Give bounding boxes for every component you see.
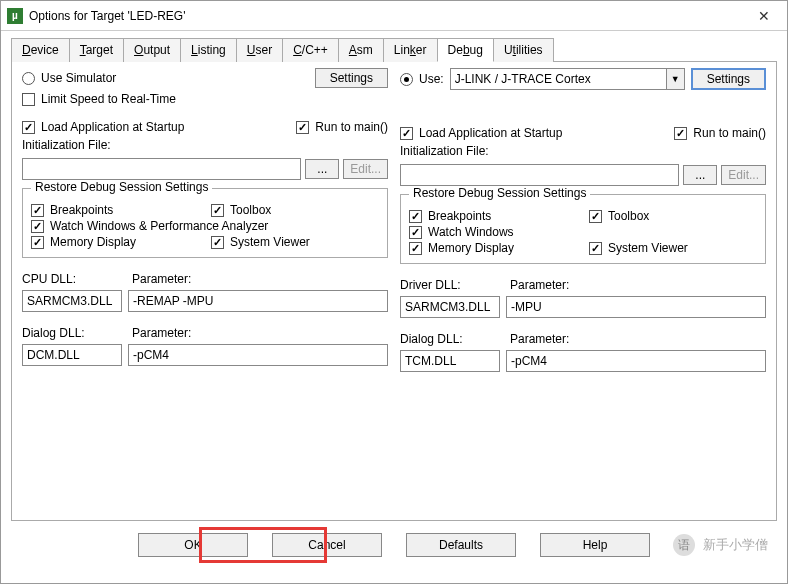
left-load-app-checkbox[interactable]: Load Application at Startup <box>22 120 184 134</box>
right-dlg-param-label: Parameter: <box>510 332 569 346</box>
right-load-app-checkbox[interactable]: Load Application at Startup <box>400 126 562 140</box>
use-driver-radio[interactable]: Use: <box>400 72 444 86</box>
left-breakpoints-checkbox[interactable]: Breakpoints <box>31 203 199 217</box>
right-restore-title: Restore Debug Session Settings <box>409 186 590 200</box>
close-button[interactable]: ✕ <box>741 1 787 31</box>
tab-bar: Device Target Output Listing User C/C++ … <box>1 31 787 61</box>
chevron-down-icon: ▼ <box>666 69 684 89</box>
driver-param-input[interactable]: -MPU <box>506 296 766 318</box>
left-dlg-dll-label: Dialog DLL: <box>22 326 122 340</box>
window-title: Options for Target 'LED-REG' <box>29 9 741 23</box>
right-dlg-dll-label: Dialog DLL: <box>400 332 500 346</box>
defaults-button[interactable]: Defaults <box>406 533 516 557</box>
driver-param-label: Parameter: <box>510 278 569 292</box>
tab-device[interactable]: Device <box>11 38 70 62</box>
tab-output[interactable]: Output <box>123 38 181 62</box>
right-memory-checkbox[interactable]: Memory Display <box>409 241 577 255</box>
driver-settings-button[interactable]: Settings <box>691 68 766 90</box>
tab-utilities[interactable]: Utilities <box>493 38 554 62</box>
left-load-app-label: Load Application at Startup <box>41 120 184 134</box>
app-icon: µ <box>7 8 23 24</box>
left-dlg-dll-input[interactable]: DCM.DLL <box>22 344 122 366</box>
tab-user[interactable]: User <box>236 38 283 62</box>
left-dlg-param-input[interactable]: -pCM4 <box>128 344 388 366</box>
right-toolbox-checkbox[interactable]: Toolbox <box>589 209 757 223</box>
checkbox-icon <box>674 127 687 140</box>
use-simulator-radio[interactable]: Use Simulator <box>22 71 116 85</box>
titlebar: µ Options for Target 'LED-REG' ✕ <box>1 1 787 31</box>
checkbox-icon <box>22 121 35 134</box>
left-init-file-input[interactable] <box>22 158 301 180</box>
cpu-param-label: Parameter: <box>132 272 191 286</box>
radio-icon <box>400 73 413 86</box>
checkbox-icon <box>22 93 35 106</box>
driver-select-value: J-LINK / J-TRACE Cortex <box>455 72 666 86</box>
use-simulator-label: Use Simulator <box>41 71 116 85</box>
left-memory-checkbox[interactable]: Memory Display <box>31 235 199 249</box>
use-driver-label: Use: <box>419 72 444 86</box>
left-dlg-param-label: Parameter: <box>132 326 191 340</box>
right-init-file-input[interactable] <box>400 164 679 186</box>
right-dlg-dll-input[interactable]: TCM.DLL <box>400 350 500 372</box>
right-sysview-checkbox[interactable]: System Viewer <box>589 241 757 255</box>
ok-button[interactable]: OK <box>138 533 248 557</box>
radio-icon <box>22 72 35 85</box>
right-dlg-param-input[interactable]: -pCM4 <box>506 350 766 372</box>
cancel-button[interactable]: Cancel <box>272 533 382 557</box>
checkbox-icon <box>409 242 422 255</box>
dialog-buttons: OK Cancel Defaults Help <box>1 533 787 557</box>
checkbox-icon <box>31 236 44 249</box>
left-restore-group: Restore Debug Session Settings Breakpoin… <box>22 188 388 258</box>
checkbox-icon <box>409 226 422 239</box>
cpu-param-input[interactable]: -REMAP -MPU <box>128 290 388 312</box>
tab-linker[interactable]: Linker <box>383 38 438 62</box>
right-run-main-label: Run to main() <box>693 126 766 140</box>
left-watch-checkbox[interactable]: Watch Windows & Performance Analyzer <box>31 219 379 233</box>
left-init-file-label: Initialization File: <box>22 138 388 152</box>
checkbox-icon <box>211 204 224 217</box>
left-restore-title: Restore Debug Session Settings <box>31 180 212 194</box>
checkbox-icon <box>211 236 224 249</box>
tab-asm[interactable]: Asm <box>338 38 384 62</box>
checkbox-icon <box>296 121 309 134</box>
tab-listing[interactable]: Listing <box>180 38 237 62</box>
tab-target[interactable]: Target <box>69 38 124 62</box>
left-sysview-checkbox[interactable]: System Viewer <box>211 235 379 249</box>
checkbox-icon <box>31 220 44 233</box>
dialog-window: µ Options for Target 'LED-REG' ✕ Device … <box>0 0 788 584</box>
right-run-main-checkbox[interactable]: Run to main() <box>674 126 766 140</box>
left-edit-button: Edit... <box>343 159 388 179</box>
checkbox-icon <box>400 127 413 140</box>
tab-debug[interactable]: Debug <box>437 38 494 62</box>
checkbox-icon <box>589 242 602 255</box>
driver-dll-input[interactable]: SARMCM3.DLL <box>400 296 500 318</box>
right-load-app-label: Load Application at Startup <box>419 126 562 140</box>
cpu-dll-input[interactable]: SARMCM3.DLL <box>22 290 122 312</box>
simulator-panel: Use Simulator Settings Limit Speed to Re… <box>18 68 392 514</box>
cpu-dll-label: CPU DLL: <box>22 272 122 286</box>
left-browse-button[interactable]: ... <box>305 159 339 179</box>
limit-speed-label: Limit Speed to Real-Time <box>41 92 176 106</box>
tab-cpp[interactable]: C/C++ <box>282 38 339 62</box>
right-watch-checkbox[interactable]: Watch Windows <box>409 225 757 239</box>
simulator-settings-button[interactable]: Settings <box>315 68 388 88</box>
driver-select[interactable]: J-LINK / J-TRACE Cortex ▼ <box>450 68 685 90</box>
help-button[interactable]: Help <box>540 533 650 557</box>
right-browse-button[interactable]: ... <box>683 165 717 185</box>
right-edit-button: Edit... <box>721 165 766 185</box>
checkbox-icon <box>31 204 44 217</box>
checkbox-icon <box>409 210 422 223</box>
driver-dll-label: Driver DLL: <box>400 278 500 292</box>
right-init-file-label: Initialization File: <box>400 144 766 158</box>
limit-speed-checkbox[interactable]: Limit Speed to Real-Time <box>22 92 388 106</box>
right-breakpoints-checkbox[interactable]: Breakpoints <box>409 209 577 223</box>
right-restore-group: Restore Debug Session Settings Breakpoin… <box>400 194 766 264</box>
checkbox-icon <box>589 210 602 223</box>
left-run-main-checkbox[interactable]: Run to main() <box>296 120 388 134</box>
left-toolbox-checkbox[interactable]: Toolbox <box>211 203 379 217</box>
left-run-main-label: Run to main() <box>315 120 388 134</box>
tab-body-debug: Use Simulator Settings Limit Speed to Re… <box>11 61 777 521</box>
driver-panel: Use: J-LINK / J-TRACE Cortex ▼ Settings … <box>396 68 770 514</box>
